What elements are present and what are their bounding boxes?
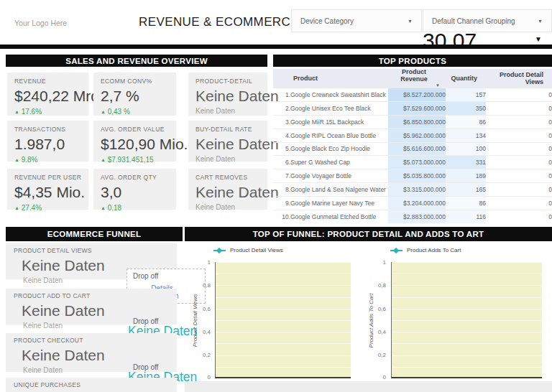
y-tick: 0,6 bbox=[365, 306, 386, 312]
up-arrow-icon: ▲ bbox=[101, 157, 106, 162]
quantity-cell: 116 bbox=[446, 210, 486, 223]
quantity-cell: 86 bbox=[446, 115, 486, 129]
device-category-filter[interactable]: Device Category ▼ bbox=[291, 9, 422, 32]
kpi-value: 1.987,0 bbox=[14, 136, 88, 153]
chart1-legend: Product Detail Views bbox=[213, 247, 283, 253]
kpi-value: $4,35 Mio. bbox=[14, 184, 88, 201]
product-cell: Google Black Eco Zip Hoodie bbox=[290, 142, 388, 156]
kpi-card-ecomm-conv: ECOMM CONV% 2,7 % ▲ 0,43 % bbox=[93, 73, 176, 116]
table-row: 3. Google MiiR 15L Backpack $6.850.800.0… bbox=[273, 115, 552, 129]
rank-cell: 9. bbox=[273, 196, 290, 210]
header-divider bbox=[0, 45, 552, 49]
product-cell: Google Crewneck Sweatshirt Black bbox=[290, 88, 388, 102]
kpi-delta: ▲ 0,18 bbox=[101, 204, 176, 212]
kpi-value: Keine Daten bbox=[196, 184, 267, 201]
quantity-cell: 165 bbox=[446, 182, 486, 196]
y-tick: 0,4 bbox=[190, 329, 211, 335]
kpi-card-revenue: REVENUE $240,22 Mrd. ▲ 17.6% bbox=[7, 73, 88, 116]
y-tick: 0,8 bbox=[365, 282, 386, 289]
chart2-legend: Product Adds To Cart bbox=[390, 247, 461, 253]
rank-cell: 6. bbox=[273, 156, 290, 169]
rank-cell: 2. bbox=[273, 102, 290, 116]
kpi-card-buy-detail-rate: BUY-DETAIL RATE Keine Daten Keine Daten bbox=[188, 121, 267, 162]
up-arrow-icon: ▲ bbox=[101, 109, 106, 114]
product-cell: Super G Washed Cap bbox=[290, 156, 388, 169]
pdv-cell: 0 bbox=[486, 129, 552, 142]
product-cell: Google Land & Sea Nalgene Water ... bbox=[290, 182, 388, 196]
y-tick: 0,2 bbox=[190, 352, 211, 358]
table-row: 1. Google Crewneck Sweatshirt Black $8.5… bbox=[273, 88, 552, 102]
table-row: 4. Google RIPL Ocean Blue Bottle $5.962.… bbox=[273, 129, 552, 142]
column-product-revenue[interactable]: Product Revenue▼ bbox=[388, 69, 446, 88]
kpi-value: 2,7 % bbox=[101, 88, 176, 105]
overview-header: SALES AND REVENUE OVERVIEW bbox=[6, 55, 267, 67]
column-product-detail-views[interactable]: Product Detail Views bbox=[486, 69, 552, 88]
line-series-icon bbox=[213, 248, 226, 253]
column-rank bbox=[273, 69, 290, 88]
y-tick: 0,6 bbox=[190, 306, 211, 312]
rank-cell: 3. bbox=[273, 115, 290, 129]
column-product[interactable]: Product bbox=[290, 69, 388, 88]
pdv-cell: 0 bbox=[486, 182, 552, 196]
revenue-cell: $5.035.800.000 bbox=[388, 169, 446, 183]
up-arrow-icon: ▲ bbox=[14, 109, 19, 114]
kpi-card-revenue-per-user: REVENUE PER USER $4,35 Mio. ▲ 27.4% bbox=[7, 169, 88, 210]
pdv-cell: 0 bbox=[486, 156, 552, 169]
kpi-label: REVENUE PER USER bbox=[14, 174, 88, 181]
revenue-cell: $5.962.000.000 bbox=[388, 129, 446, 142]
column-quantity[interactable]: Quantity bbox=[446, 69, 486, 88]
kpi-subvalue: Keine Daten bbox=[196, 203, 267, 211]
kpi-label: AVG. ORDER VALUE bbox=[101, 126, 176, 133]
rank-cell: 8. bbox=[273, 182, 290, 196]
channel-grouping-filter-label: Default Channel Grouping bbox=[432, 17, 515, 25]
quantity-cell: 157 bbox=[446, 88, 486, 102]
table-row: 5. Google Black Eco Zip Hoodie $5.616.60… bbox=[273, 142, 552, 156]
device-category-filter-label: Device Category bbox=[300, 17, 354, 25]
revenue-cell: $2.883.000.000 bbox=[388, 210, 446, 223]
kpi-card-cart-removes: CART REMOVES Keine Daten Keine Daten bbox=[188, 169, 267, 210]
chart1-y-axis-title: Product Detail Views bbox=[192, 278, 198, 364]
product-cell: Google Unisex Eco Tee Black bbox=[290, 102, 388, 116]
table-row: 7. Google Voyager Bottle $5.035.800.000 … bbox=[273, 169, 552, 183]
y-tick: 0,2 bbox=[365, 352, 386, 358]
quantity-cell: 331 bbox=[446, 156, 486, 169]
top-products-header: TOP PRODUCTS bbox=[273, 55, 552, 67]
funnel-stage-label: PRODUCT DETAIL VIEWS bbox=[14, 247, 177, 254]
logo-text: Your Logo Here bbox=[14, 19, 67, 27]
kpi-card-avg-order-qty: AVG. ORDER QTY 3,0 ▲ 0,18 bbox=[93, 169, 176, 210]
funnel-header: ECOMMERCE FUNNEL bbox=[6, 227, 183, 241]
kpi-card-product-detail: PRODUCT-DETAIL Keine Daten Keine Daten bbox=[188, 73, 267, 116]
kpi-label: BUY-DETAIL RATE bbox=[196, 126, 267, 133]
date-range-arrow-icon[interactable]: ▼ bbox=[535, 35, 542, 43]
kpi-delta-value: 9.8% bbox=[22, 156, 38, 164]
rank-cell: 10. bbox=[273, 210, 290, 223]
funnel-stage-label: PRODUCT ADD TO CART bbox=[14, 292, 177, 299]
table-row: 10. Google Gunmetal Etched Bottle $2.883… bbox=[273, 210, 552, 223]
kpi-card-avg-order-value: AVG. ORDER VALUE $120,90 Mio. ▲ $7.931.4… bbox=[93, 121, 176, 162]
kpi-delta-value: 17.6% bbox=[22, 108, 42, 116]
quantity-cell: 189 bbox=[446, 169, 486, 183]
funnel-stage-label: UNIQUE PURCHASES bbox=[14, 381, 177, 388]
line-series-icon bbox=[390, 248, 402, 253]
pdv-cell: 0 bbox=[486, 142, 552, 156]
funnel-stage-unique-purchases: UNIQUE PURCHASES bbox=[6, 378, 177, 392]
date-range-picker[interactable]: 30.07 bbox=[423, 30, 477, 45]
kpi-delta-value: 27.4% bbox=[22, 204, 42, 212]
kpi-delta: ▲ 17.6% bbox=[14, 108, 88, 116]
charts-header: TOP OF FUNNEL: PRODUCT DETAIL AND ADDS T… bbox=[185, 227, 552, 241]
kpi-label: AVG. ORDER QTY bbox=[101, 174, 176, 181]
revenue-cell: $6.850.800.000 bbox=[388, 115, 446, 129]
chart1-plot-area bbox=[215, 262, 351, 378]
dropoff-label: Drop off bbox=[133, 272, 199, 280]
product-cell: Google RIPL Ocean Blue Bottle bbox=[290, 129, 388, 142]
kpi-delta-value: $7.931.451,15 bbox=[108, 156, 154, 164]
y-tick: 0,8 bbox=[190, 282, 211, 289]
kpi-delta: ▲ $7.931.451,15 bbox=[101, 156, 176, 164]
product-cell: Google Marine Layer Navy Tee bbox=[290, 196, 388, 210]
revenue-cell: $5.073.000.000 bbox=[388, 156, 446, 169]
kpi-delta: ▲ 0,43 % bbox=[101, 108, 176, 116]
kpi-value: Keine Daten bbox=[196, 136, 267, 153]
up-arrow-icon: ▲ bbox=[14, 157, 19, 162]
kpi-delta-value: 0,18 bbox=[108, 204, 121, 212]
pdv-cell: 0 bbox=[486, 102, 552, 116]
